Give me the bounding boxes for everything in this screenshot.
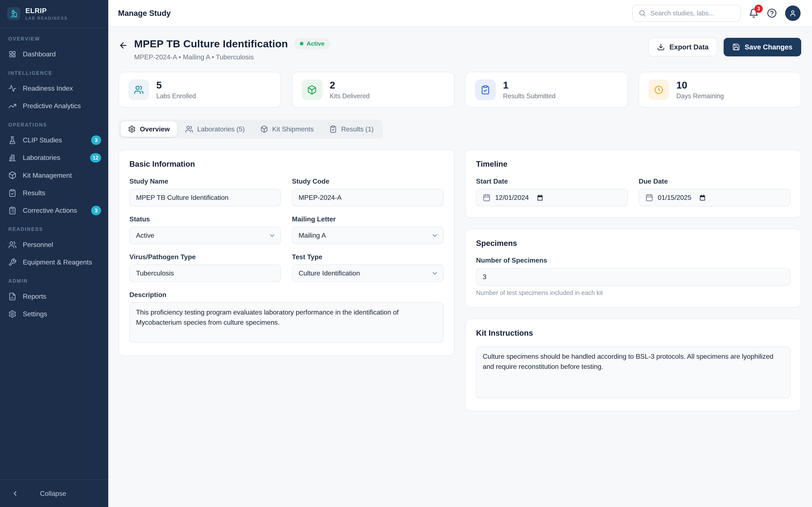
save-changes-label: Save Changes — [745, 43, 792, 51]
tab-label: Kit Shipments — [272, 125, 314, 133]
sidebar-item-corrective-actions[interactable]: Corrective Actions 3 — [0, 202, 108, 219]
mailing-letter-label: Mailing Letter — [292, 215, 444, 223]
search-box[interactable] — [632, 5, 741, 22]
stat-card-labs-enrolled: 5 Labs Enrolled — [119, 72, 281, 108]
sidebar-item-label: Predictive Analytics — [23, 102, 101, 110]
kit-instructions-textarea[interactable]: Culture specimens should be handled acco… — [476, 346, 790, 398]
sidebar-item-equipment-reagents[interactable]: Equipment & Reagents — [0, 253, 108, 271]
microscope-logo-icon — [7, 7, 20, 20]
sidebar-item-readiness-index[interactable]: Readiness Index — [0, 80, 108, 97]
gear-icon — [8, 310, 16, 318]
clipboard-check-icon — [329, 125, 337, 133]
start-date-value: 12/01/2024 — [495, 194, 529, 202]
sidebar-item-settings[interactable]: Settings — [0, 305, 108, 323]
mailing-letter-select[interactable]: Mailing A — [292, 227, 444, 244]
date-picker-icon[interactable] — [699, 194, 706, 201]
main-area: Manage Study 3 — [108, 0, 812, 507]
brand-tagline: LAB READINESS — [26, 16, 68, 21]
help-circle-icon — [767, 8, 777, 18]
number-of-specimens-input[interactable] — [476, 268, 790, 286]
gear-icon — [128, 125, 136, 133]
help-button[interactable] — [767, 8, 777, 18]
study-name-input[interactable] — [130, 189, 281, 207]
tab-overview[interactable]: Overview — [121, 121, 177, 136]
chevron-left-icon — [11, 490, 18, 497]
sidebar-nav: OVERVIEW Dashboard INTELLIGENCE Readines… — [0, 28, 108, 480]
clock-icon — [648, 79, 669, 100]
study-breadcrumb: MPEP-2024-A • Mailing A • Tuberculosis — [134, 53, 330, 61]
stat-label: Results Submitted — [503, 92, 556, 100]
start-date-input[interactable]: 12/01/2024 — [476, 189, 627, 207]
sidebar-item-predictive-analytics[interactable]: Predictive Analytics — [0, 97, 108, 115]
section-title-timeline: Timeline — [476, 160, 790, 169]
download-icon — [657, 43, 665, 51]
stat-card-days-remaining: 10 Days Remaining — [639, 72, 801, 108]
nav-section-operations: OPERATIONS — [0, 115, 108, 131]
status-dot-icon — [300, 42, 303, 45]
sidebar-item-label: Settings — [23, 310, 101, 318]
calendar-icon — [645, 194, 653, 202]
sidebar-item-laboratories[interactable]: Laboratories 12 — [0, 149, 108, 166]
stat-card-results-submitted: 1 Results Submitted — [465, 72, 627, 108]
sidebar-item-kit-management[interactable]: Kit Management — [0, 166, 108, 184]
test-type-label: Test Type — [292, 253, 444, 261]
sidebar-item-label: Dashboard — [23, 50, 101, 58]
stat-cards: 5 Labs Enrolled 2 Kits Delivered 1 Res — [119, 72, 801, 108]
study-code-label: Study Code — [292, 177, 444, 185]
sidebar-collapse-button[interactable]: Collapse — [0, 480, 108, 507]
wrench-icon — [8, 258, 16, 266]
notifications-button[interactable]: 3 — [749, 8, 759, 18]
stat-value: 10 — [676, 80, 724, 91]
status-badge-label: Active — [307, 40, 324, 47]
test-type-select[interactable]: Culture Identification — [292, 265, 444, 282]
users-icon — [185, 125, 193, 133]
due-date-input[interactable]: 01/15/2025 — [639, 189, 790, 207]
save-changes-button[interactable]: Save Changes — [724, 38, 801, 56]
sidebar-item-label: CLIP Studies — [23, 136, 85, 144]
sidebar-item-label: Kit Management — [23, 172, 101, 179]
tab-label: Laboratories (5) — [197, 125, 245, 133]
study-code-input[interactable] — [292, 189, 444, 207]
tab-laboratories[interactable]: Laboratories (5) — [178, 121, 252, 136]
due-date-value: 01/15/2025 — [658, 194, 691, 202]
clipboard-list-icon — [8, 207, 16, 215]
sidebar-item-label: Laboratories — [23, 154, 84, 162]
stat-label: Kits Delivered — [329, 92, 370, 100]
app-window: ELRIP LAB READINESS OVERVIEW Dashboard I… — [0, 0, 812, 507]
stat-value: 1 — [503, 80, 556, 91]
sidebar-item-dashboard[interactable]: Dashboard — [0, 45, 108, 63]
pathogen-type-input[interactable] — [130, 265, 281, 282]
clipboard-check-icon — [475, 79, 496, 100]
sidebar-item-clip-studies[interactable]: CLIP Studies 3 — [0, 131, 108, 149]
sidebar-item-reports[interactable]: Reports — [0, 287, 108, 305]
description-textarea[interactable]: This proficiency testing program evaluat… — [130, 302, 444, 343]
user-avatar[interactable] — [785, 5, 801, 21]
specimens-card: Specimens Number of Specimens Number of … — [465, 229, 801, 307]
tab-results[interactable]: Results (1) — [322, 121, 381, 136]
users-icon — [129, 79, 149, 100]
back-button[interactable] — [119, 41, 128, 50]
sidebar-item-personnel[interactable]: Personnel — [0, 236, 108, 253]
search-input[interactable] — [651, 9, 734, 17]
tab-label: Overview — [140, 125, 170, 133]
date-picker-icon[interactable] — [537, 194, 544, 201]
sidebar-item-results[interactable]: Results — [0, 184, 108, 202]
export-data-label: Export Data — [669, 43, 709, 51]
calendar-icon — [483, 194, 491, 202]
package-icon — [302, 79, 322, 100]
sidebar-item-label: Reports — [23, 293, 101, 300]
study-title: MPEP TB Culture Identification — [134, 38, 288, 50]
users-icon — [8, 241, 16, 249]
export-data-button[interactable]: Export Data — [648, 38, 717, 56]
activity-icon — [8, 84, 16, 93]
sidebar-item-label: Personnel — [23, 241, 101, 249]
status-select[interactable]: Active — [130, 227, 281, 244]
stat-label: Days Remaining — [676, 92, 724, 100]
study-header: MPEP TB Culture Identification Active MP… — [119, 38, 801, 61]
corrective-actions-count-badge: 3 — [91, 206, 101, 215]
basic-information-card: Basic Information Study Name Study Code … — [119, 150, 454, 356]
clipboard-check-icon — [8, 189, 16, 197]
nav-section-intelligence: INTELLIGENCE — [0, 63, 108, 80]
tab-kit-shipments[interactable]: Kit Shipments — [253, 121, 321, 136]
pathogen-type-label: Virus/Pathogen Type — [130, 253, 281, 261]
